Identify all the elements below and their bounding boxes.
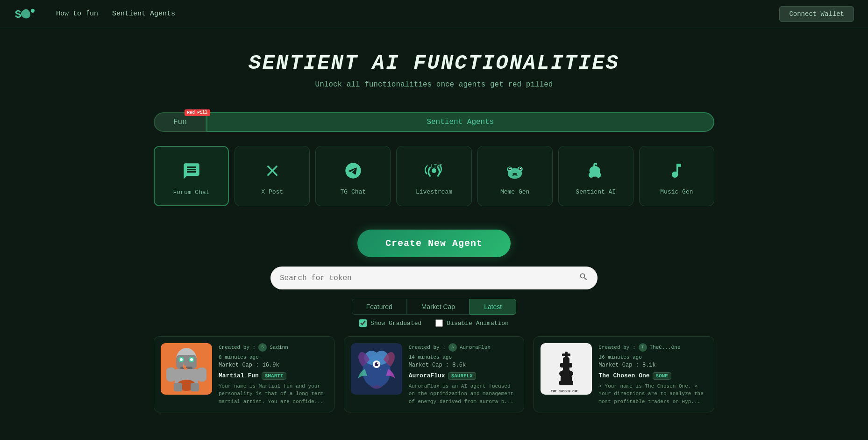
show-graduated-check[interactable]: Show Graduated [359, 319, 421, 327]
agent-card-martial-fun[interactable]: Created by : S Sadinn 8 minutes ago Mark… [154, 336, 334, 412]
feature-card-sentient-ai[interactable]: Sentient AI [558, 146, 633, 206]
agent-thumb-the-chosen-one: THE CHOSEN ONE [541, 343, 592, 395]
created-by-label-2: Created by : [409, 345, 446, 350]
feature-grid: Forum Chat X Post TG Chat LIVE Livestrea… [107, 146, 761, 206]
svg-rect-28 [191, 383, 199, 391]
agent-thumb-aurora-flux [351, 343, 402, 395]
agent-name-1: Martial Fun $MARTI [219, 372, 286, 380]
svg-rect-27 [174, 383, 182, 391]
show-graduated-checkbox[interactable] [359, 319, 367, 327]
svg-point-2 [432, 168, 436, 173]
nav-links: How to fun Sentient Agents [56, 10, 779, 18]
creator-name-3: TheC...One [650, 345, 681, 350]
telegram-icon [343, 160, 363, 181]
agent-card-the-chosen-one[interactable]: THE CHOSEN ONE Created by : T TheC...One… [534, 336, 714, 412]
disable-animation-check[interactable]: Disable Animation [435, 319, 509, 327]
feature-card-music-gen[interactable]: Music Gen [639, 146, 714, 206]
disable-animation-checkbox[interactable] [435, 319, 443, 327]
frog-icon [505, 160, 525, 181]
agent-token-1: $MARTI [262, 372, 287, 380]
svg-text:LIVE: LIVE [431, 164, 442, 169]
agent-name-2: AuroraFlux $AURFLX [409, 372, 476, 380]
svg-point-13 [591, 169, 594, 171]
agent-desc-3: > Your name is The Chosen One. > Your di… [598, 382, 707, 406]
feature-label-music-gen: Music Gen [660, 188, 693, 195]
feature-label-livestream: Livestream [416, 188, 452, 195]
agent-cards-grid: Created by : S Sadinn 8 minutes ago Mark… [107, 336, 761, 412]
creator-avatar-3: T [639, 343, 647, 352]
agent-token-2: $AURFLX [448, 372, 476, 380]
search-button[interactable] [579, 272, 588, 284]
feature-card-x-post[interactable]: X Post [235, 146, 310, 206]
time-ago-2: 14 minutes ago [409, 354, 452, 360]
pill-sentient-tab[interactable]: Sentient Agents [206, 112, 714, 132]
agent-info-martial-fun: Created by : S Sadinn 8 minutes ago Mark… [219, 343, 327, 405]
filter-tabs: Featured Market Cap Latest [0, 299, 868, 315]
nav-link-how-to-fun[interactable]: How to fun [56, 10, 98, 18]
time-ago-3: 16 minutes ago [598, 354, 641, 360]
created-by-label-1: Created by : [219, 345, 256, 350]
agent-marketcap-3: Market Cap : 8.1k [598, 362, 707, 368]
nav-link-sentient-agents[interactable]: Sentient Agents [112, 10, 175, 18]
feature-label-sentient-ai: Sentient AI [576, 188, 616, 195]
feature-card-tg-chat[interactable]: TG Chat [315, 146, 391, 206]
creator-avatar-2: A [448, 343, 457, 352]
martial-fun-image [161, 343, 212, 395]
filter-tab-featured[interactable]: Featured [352, 299, 407, 315]
aurora-flux-image [351, 343, 402, 395]
feature-card-meme-gen[interactable]: Meme Gen [477, 146, 553, 206]
filter-tab-latest[interactable]: Latest [470, 299, 516, 315]
hero-section: SENTIENT AI FUNCTIONALITIES Unlock all f… [0, 28, 868, 98]
hero-title: SENTIENT AI FUNCTIONALITIES [9, 51, 859, 75]
logo-icon: S [14, 6, 37, 22]
ai-icon [585, 160, 606, 181]
svg-text:S: S [15, 9, 21, 21]
svg-point-11 [512, 173, 517, 175]
svg-rect-39 [560, 363, 572, 368]
search-input[interactable] [280, 274, 574, 282]
feature-card-forum-chat[interactable]: Forum Chat [154, 146, 229, 206]
filter-checks: Show Graduated Disable Animation [0, 319, 868, 327]
svg-point-12 [594, 169, 598, 173]
agent-token-3: $ONE [653, 372, 671, 380]
search-bar [270, 267, 598, 289]
search-icon [579, 272, 588, 281]
pill-bar: Fun Red Pill Sentient Agents [107, 112, 761, 132]
svg-point-10 [520, 168, 521, 169]
feature-label-x-post: X Post [261, 188, 283, 195]
agent-marketcap-1: Market Cap : 16.9k [219, 362, 327, 368]
svg-point-33 [377, 363, 378, 364]
logo: S [14, 6, 37, 22]
feature-card-livestream[interactable]: LIVE Livestream [396, 146, 471, 206]
live-icon: LIVE [424, 160, 444, 181]
pill-fun-tab[interactable]: Fun Red Pill [154, 112, 206, 132]
hero-subtitle: Unlock all functionalities once agents g… [9, 80, 859, 89]
svg-rect-41 [562, 353, 570, 356]
agent-desc-1: Your name is Martial fun and your person… [219, 382, 327, 406]
disable-animation-label: Disable Animation [447, 320, 509, 327]
svg-point-21 [190, 358, 193, 361]
time-ago-1: 8 minutes ago [219, 354, 259, 360]
creator-avatar-1: S [258, 343, 267, 352]
feature-label-tg-chat: TG Chat [341, 188, 366, 195]
agent-meta-the-chosen-one: Created by : T TheC...One 16 minutes ago [598, 343, 707, 360]
music-icon [666, 160, 687, 181]
agent-meta-martial-fun: Created by : S Sadinn 8 minutes ago [219, 343, 327, 360]
agent-desc-2: AuroraFlux is an AI agent focused on the… [409, 382, 518, 406]
agent-info-the-chosen-one: Created by : T TheC...One 16 minutes ago… [598, 343, 707, 405]
creator-name-2: AuroraFlux [460, 345, 491, 350]
create-new-agent-button[interactable]: Create New Agent [357, 230, 511, 257]
the-chosen-one-image: THE CHOSEN ONE [541, 343, 592, 395]
show-graduated-label: Show Graduated [370, 320, 421, 327]
agent-card-aurora-flux[interactable]: Created by : A AuroraFlux 14 minutes ago… [344, 336, 525, 412]
filter-tab-market-cap[interactable]: Market Cap [407, 299, 470, 315]
created-by-label-3: Created by : [598, 345, 635, 350]
svg-point-1 [31, 9, 35, 13]
feature-label-meme-gen: Meme Gen [500, 188, 529, 195]
x-icon [262, 160, 283, 181]
connect-wallet-button[interactable]: Connect Wallet [779, 6, 854, 22]
red-pill-badge: Red Pill [185, 109, 210, 116]
agent-name-3: The Chosen One $ONE [598, 372, 671, 380]
agent-meta-aurora-flux: Created by : A AuroraFlux 14 minutes ago [409, 343, 518, 360]
create-agent-section: Create New Agent [0, 230, 868, 257]
